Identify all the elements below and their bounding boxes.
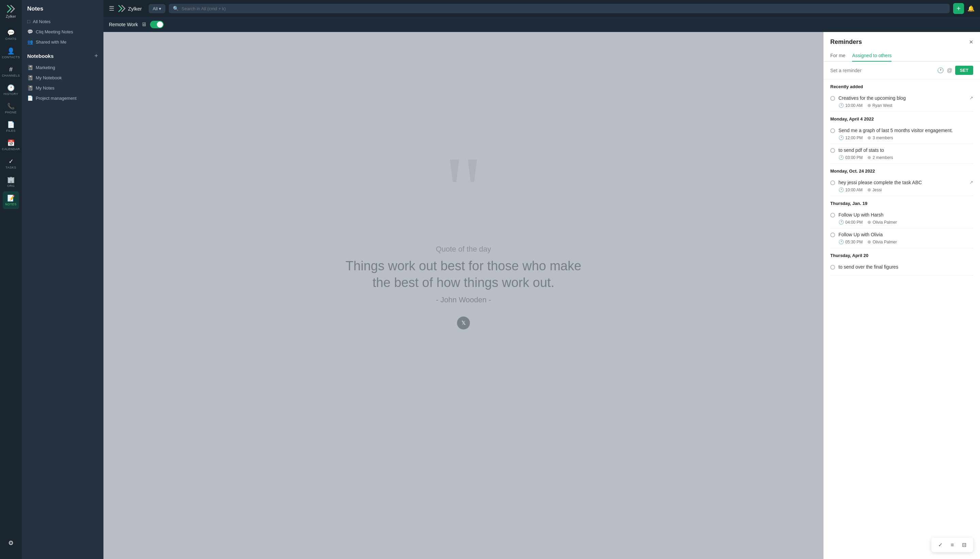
user-circle-icon: ⊕ bbox=[867, 155, 871, 160]
clock-icon: 🕐 bbox=[838, 135, 844, 140]
clock-icon: 🕐 bbox=[838, 239, 844, 245]
reminder-checkbox[interactable] bbox=[830, 265, 835, 270]
mention-button[interactable]: @ bbox=[947, 68, 952, 74]
reminder-time: 🕐 10:00 AM bbox=[838, 187, 863, 192]
quote-label: Quote of the day bbox=[344, 245, 582, 254]
notifications-button[interactable]: 🔔 bbox=[967, 5, 975, 12]
list-toolbar-button[interactable]: ≡ bbox=[947, 539, 957, 550]
reminder-checkbox[interactable] bbox=[830, 213, 835, 218]
notes-icon: 📝 bbox=[7, 194, 15, 202]
notebook-label: Marketing bbox=[36, 65, 55, 70]
nav-label: Cliq Meeting Notes bbox=[36, 29, 73, 35]
tasks-icon: ✓ bbox=[8, 158, 13, 165]
workspace-name: Remote Work bbox=[109, 22, 138, 27]
notes-nav-cliq-meeting-notes[interactable]: 💬 Cliq Meeting Notes bbox=[22, 26, 104, 37]
sidebar-item-calendar[interactable]: 📅 CALENDAR bbox=[3, 136, 19, 154]
phone-icon: 📞 bbox=[7, 103, 15, 110]
icon-sidebar: Zylker 💬 CHATS 👤 CONTACTS # CHANNELS 🕐 H… bbox=[0, 0, 22, 559]
history-icon: 🕐 bbox=[7, 84, 15, 92]
reminder-checkbox[interactable] bbox=[830, 233, 835, 237]
nav-label: Shared with Me bbox=[36, 40, 66, 45]
external-link-icon[interactable]: ↗ bbox=[970, 180, 973, 185]
reminder-assignee: ⊕ Olivia Palmer bbox=[867, 220, 897, 225]
reminder-assignee: ⊕ Jessi bbox=[867, 187, 882, 192]
menu-button[interactable]: ☰ bbox=[109, 5, 114, 12]
external-link-icon[interactable]: ↗ bbox=[970, 95, 973, 101]
calendar-icon: 📅 bbox=[7, 139, 15, 147]
reminder-assignee: ⊕ 3 members bbox=[867, 135, 893, 140]
clock-icon: 🕐 bbox=[838, 220, 844, 225]
reminder-checkbox[interactable] bbox=[830, 180, 835, 185]
sidebar-item-chats[interactable]: 💬 CHATS bbox=[3, 26, 19, 44]
quote-author: - John Wooden - bbox=[344, 296, 582, 304]
notebook-marketing[interactable]: 📓 Marketing bbox=[22, 62, 104, 73]
sidebar-item-channels[interactable]: # CHANNELS bbox=[3, 63, 19, 80]
filter-toolbar-button[interactable]: ⊟ bbox=[959, 539, 970, 550]
search-input[interactable] bbox=[181, 6, 945, 11]
tab-for-me[interactable]: For me bbox=[830, 50, 845, 61]
notebook-project-management[interactable]: 📄 Project management bbox=[22, 93, 104, 103]
close-reminders-button[interactable]: × bbox=[969, 38, 973, 46]
nav-icon: 👥 bbox=[27, 39, 33, 45]
reminder-section-header: Monday, April 4 2022 bbox=[830, 112, 973, 124]
reminder-item: to send over the final figures bbox=[830, 261, 973, 275]
user-circle-icon: ⊕ bbox=[867, 187, 871, 192]
reminder-meta: 🕐 12:00 PM ⊕ 3 members bbox=[830, 135, 973, 140]
notebook-my-notebook[interactable]: 📓 My Notebook bbox=[22, 73, 104, 83]
set-reminder-button[interactable]: SET bbox=[955, 66, 973, 75]
notes-nav-shared-with-me[interactable]: 👥 Shared with Me bbox=[22, 37, 104, 47]
reminder-meta: 🕐 10:00 AM ⊕ Ryan West bbox=[830, 103, 973, 108]
notebook-label: My Notes bbox=[36, 86, 54, 91]
zylker-name: Zylker bbox=[128, 6, 142, 12]
nav-label: All Notes bbox=[33, 19, 50, 24]
tab-assigned-to-others[interactable]: Assigned to others bbox=[852, 50, 891, 61]
sidebar-item-org[interactable]: 🏢 ORG bbox=[3, 173, 19, 191]
reminders-tabs: For me Assigned to others bbox=[823, 46, 980, 61]
filter-dropdown[interactable]: All ▾ bbox=[149, 4, 165, 13]
notebook-my-notes[interactable]: 📓 My Notes bbox=[22, 83, 104, 93]
reminder-assignee: ⊕ Ryan West bbox=[867, 103, 892, 108]
sidebar-item-contacts[interactable]: 👤 CONTACTS bbox=[3, 44, 19, 62]
add-notebook-button[interactable]: + bbox=[94, 53, 98, 60]
sidebar-item-history[interactable]: 🕐 HISTORY bbox=[3, 81, 19, 99]
reminder-item: Creatives for the upcoming blog ↗ 🕐 10:0… bbox=[830, 92, 973, 112]
twitter-icon: 𝕏 bbox=[462, 320, 466, 326]
clock-picker-button[interactable]: 🕐 bbox=[937, 67, 944, 74]
sidebar-item-notes[interactable]: 📝 NOTES bbox=[3, 191, 19, 209]
check-toolbar-button[interactable]: ✓ bbox=[935, 539, 946, 550]
sidebar-label-org: ORG bbox=[7, 184, 15, 188]
sidebar-label-chats: CHATS bbox=[5, 37, 16, 41]
reminder-assignee: ⊕ 2 members bbox=[867, 155, 893, 160]
sidebar-item-phone[interactable]: 📞 PHONE bbox=[3, 99, 19, 117]
reminder-item: Follow Up with Harsh 🕐 04:00 PM ⊕ Olivia… bbox=[830, 209, 973, 228]
sidebar-item-files[interactable]: 📄 FILES bbox=[3, 118, 19, 136]
notes-nav-all-notes[interactable]: □ All Notes bbox=[22, 17, 104, 26]
notes-title: Notes bbox=[22, 5, 104, 17]
settings-icon[interactable]: ⚙ bbox=[3, 534, 19, 552]
main-area: ☰ Zylker All ▾ 🔍 + 🔔 Remote Work 🖥 " bbox=[104, 0, 980, 559]
reminder-checkbox[interactable] bbox=[830, 128, 835, 133]
twitter-share-button[interactable]: 𝕏 bbox=[457, 317, 470, 329]
reminder-item: hey jessi please complete the task ABC ↗… bbox=[830, 176, 973, 196]
reminder-checkbox[interactable] bbox=[830, 148, 835, 153]
sidebar-label-channels: CHANNELS bbox=[2, 74, 20, 77]
notebooks-title: Notebooks bbox=[27, 53, 54, 59]
reminder-text: Follow Up with Harsh bbox=[838, 212, 973, 218]
reminder-input[interactable] bbox=[830, 68, 934, 73]
add-main-button[interactable]: + bbox=[953, 3, 964, 14]
sidebar-label-phone: PHONE bbox=[5, 111, 17, 114]
search-icon: 🔍 bbox=[173, 6, 179, 11]
toggle-switch[interactable] bbox=[150, 21, 164, 28]
contacts-icon: 👤 bbox=[7, 47, 15, 55]
reminder-checkbox[interactable] bbox=[830, 96, 835, 101]
sidebar-item-tasks[interactable]: ✓ TASKS bbox=[3, 155, 19, 172]
sidebar-label-files: FILES bbox=[6, 129, 16, 132]
notebook-label: My Notebook bbox=[36, 75, 62, 80]
gear-icon: ⚙ bbox=[8, 539, 13, 547]
user-circle-icon: ⊕ bbox=[867, 220, 871, 225]
content-area: " Quote of the day Things work out best … bbox=[104, 32, 980, 559]
nav-icon: 💬 bbox=[27, 29, 33, 35]
reminder-time: 🕐 04:00 PM bbox=[838, 220, 863, 225]
reminder-time: 🕐 05:30 PM bbox=[838, 239, 863, 245]
reminder-item-top: to send pdf of stats to bbox=[830, 147, 973, 153]
